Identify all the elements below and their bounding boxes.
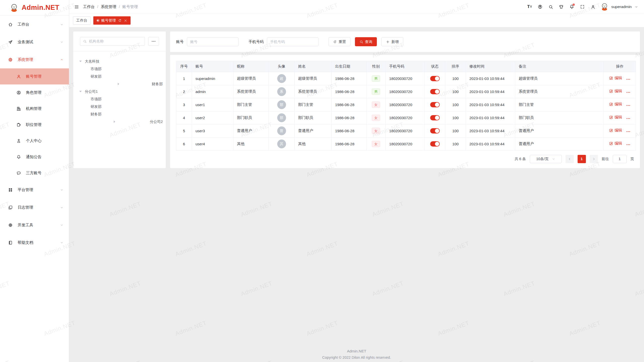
caret-down-icon[interactable]	[79, 61, 85, 62]
accounts-table: 序号账号昵称头像姓名出生日期性别手机号码状态排序修改时间备注操作 1supera…	[176, 61, 636, 151]
tree-node[interactable]: 分公司2	[76, 118, 163, 125]
more-icon	[151, 39, 156, 43]
caret-right-icon[interactable]	[85, 83, 152, 85]
username[interactable]: superadmin	[611, 5, 632, 9]
user-avatar[interactable]	[600, 3, 609, 11]
status-toggle[interactable]	[430, 102, 440, 107]
tab-workbench[interactable]: 工作台	[73, 16, 91, 25]
table-row: 3user1部门主管部部门主管1986-06-28女18020030720100…	[176, 98, 636, 111]
row-more-button[interactable]	[626, 116, 630, 121]
breadcrumb-item[interactable]: 工作台	[83, 4, 95, 10]
tree-node[interactable]: 研发部	[76, 73, 163, 80]
cell-order: 100	[445, 85, 466, 98]
send-icon	[8, 40, 13, 44]
app-window: Admin.NET 工作台业务测试系统管理账号管理角色管理机构管理职位管理个人中…	[0, 0, 644, 362]
phone-label: 手机号码	[249, 39, 264, 44]
sidebar-item-help-docs[interactable]: 帮助文档	[0, 234, 69, 251]
sidebar-item-log-mgmt[interactable]: 日志管理	[0, 199, 69, 216]
status-toggle[interactable]	[430, 76, 440, 81]
sidebar-item-system-mgmt[interactable]: 系统管理	[0, 51, 69, 68]
caret-down-icon[interactable]	[79, 91, 85, 92]
current-page-button[interactable]: 1	[578, 155, 586, 163]
tree-node[interactable]: 市场部	[76, 95, 163, 103]
query-card: 账号 账号 手机号码 手机号码 重置 查询	[170, 31, 640, 52]
sidebar-item-dev-tools[interactable]: 开发工具	[0, 216, 69, 234]
tree-node[interactable]: 研发部	[76, 103, 163, 110]
plus-icon	[386, 40, 390, 44]
edit-button[interactable]: 编辑	[609, 141, 622, 146]
theme-icon[interactable]	[556, 0, 567, 14]
language-icon[interactable]	[535, 0, 545, 14]
cell-remark: 普通用户	[515, 138, 604, 151]
sidebar-subitem-role-mgmt[interactable]: 角色管理	[0, 84, 69, 101]
edit-icon	[609, 102, 613, 106]
row-more-button[interactable]	[626, 90, 630, 95]
sidebar-subitem-position-mgmt[interactable]: 职位管理	[0, 117, 69, 133]
menu-fold-icon[interactable]	[74, 5, 79, 9]
status-toggle[interactable]	[430, 128, 440, 133]
row-more-button[interactable]	[626, 77, 630, 81]
tree-node[interactable]: 大名科技	[76, 58, 163, 65]
phone-input[interactable]: 手机号码	[267, 37, 318, 46]
search-button[interactable]: 查询	[355, 37, 377, 46]
caret-right-icon[interactable]	[79, 120, 150, 123]
sidebar-item-workbench[interactable]: 工作台	[0, 16, 69, 33]
edit-button[interactable]: 编辑	[609, 89, 622, 94]
table-row: 2admin系统管理员系系统管理员1986-06-28男180200307201…	[176, 85, 636, 98]
tree-node[interactable]: 分公司1	[76, 88, 163, 95]
next-page-button[interactable]	[590, 155, 598, 163]
status-toggle[interactable]	[430, 115, 440, 120]
cell-actions: 编辑	[604, 111, 636, 124]
sidebar-subitem-third-party-account[interactable]: 三方账号	[0, 165, 69, 181]
page-content: 机构名称 大名科技市场部研发部财务部分公司1市场部研发部财务部分公司2 账号 账…	[69, 27, 644, 362]
status-toggle[interactable]	[430, 89, 440, 94]
edit-button[interactable]: 编辑	[609, 128, 622, 133]
edit-button[interactable]: 编辑	[609, 76, 622, 80]
prev-page-button[interactable]	[566, 155, 574, 163]
search-icon[interactable]	[545, 0, 556, 14]
sidebar-item-label: 开发工具	[18, 222, 60, 228]
edit-icon	[609, 128, 613, 132]
cell-order: 100	[445, 98, 466, 111]
row-more-button[interactable]	[626, 129, 630, 134]
tree-node[interactable]: 市场部	[76, 65, 163, 73]
page-size-select[interactable]: 10条/页	[530, 155, 562, 163]
tree-node-label: 研发部	[91, 104, 102, 109]
cell-account: user3	[192, 124, 233, 138]
breadcrumb-item[interactable]: 系统管理	[101, 4, 116, 10]
tabbar: 工作台 账号管理	[69, 14, 644, 27]
org-search-placeholder: 机构名称	[89, 39, 104, 44]
home-icon	[8, 22, 13, 27]
close-icon[interactable]	[124, 19, 127, 22]
page-unit-label: 页	[630, 157, 634, 161]
tree-more-button[interactable]	[148, 37, 159, 46]
edit-button[interactable]: 编辑	[609, 115, 622, 120]
reset-button[interactable]: 重置	[329, 37, 350, 46]
book-icon	[8, 240, 13, 245]
tree-node[interactable]: 财务部	[76, 110, 163, 118]
sidebar-item-business-test[interactable]: 业务测试	[0, 33, 69, 51]
sidebar-subitem-org-mgmt[interactable]: 机构管理	[0, 101, 69, 117]
sidebar-item-platform-mgmt[interactable]: 平台管理	[0, 181, 69, 199]
sidebar-subitem-account-mgmt[interactable]: 账号管理	[0, 68, 69, 84]
fullscreen-icon[interactable]	[577, 0, 588, 14]
cell-account: user4	[192, 138, 233, 151]
status-toggle[interactable]	[430, 141, 440, 147]
row-more-button[interactable]	[626, 103, 630, 108]
notification-bell-icon[interactable]	[567, 0, 577, 14]
add-button[interactable]: 新增	[381, 37, 403, 46]
refresh-icon[interactable]	[118, 19, 122, 22]
chevron-down-icon[interactable]	[633, 0, 639, 14]
account-input[interactable]: 账号	[187, 37, 238, 46]
goto-page-input[interactable]: 1	[613, 155, 627, 163]
edit-button[interactable]: 编辑	[609, 102, 622, 107]
sidebar-subitem-profile-center[interactable]: 个人中心	[0, 133, 69, 149]
tab-account-mgmt[interactable]: 账号管理	[93, 16, 131, 25]
sidebar-subitem-notice[interactable]: 通知公告	[0, 149, 69, 165]
font-size-icon[interactable]: TT	[524, 0, 535, 14]
logo[interactable]: Admin.NET	[0, 0, 69, 16]
user-icon[interactable]	[588, 0, 598, 14]
row-more-button[interactable]	[626, 143, 630, 147]
tree-node[interactable]: 财务部	[76, 80, 163, 88]
org-search-input[interactable]: 机构名称	[80, 37, 145, 46]
